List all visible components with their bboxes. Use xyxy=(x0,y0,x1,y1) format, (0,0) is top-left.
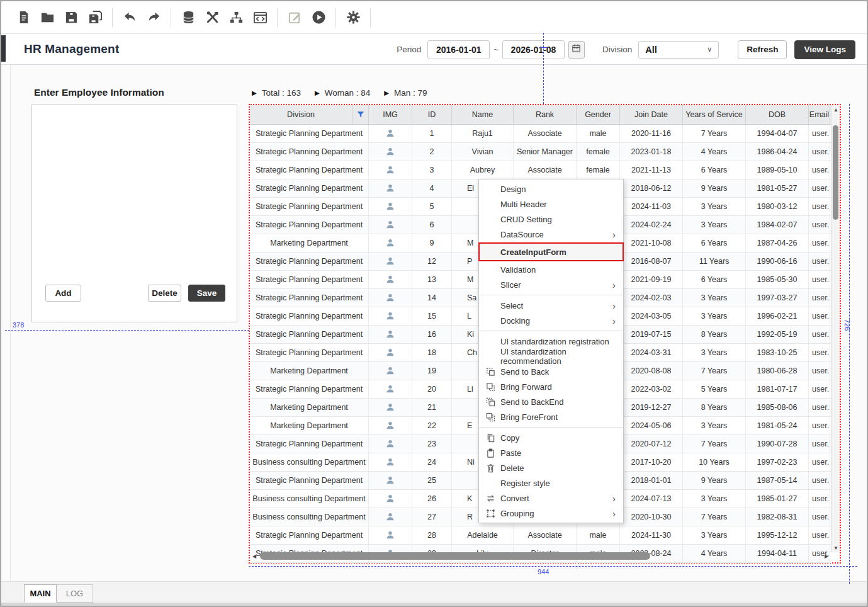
cell-id: 24 xyxy=(412,453,452,471)
period-to-input[interactable]: 2026-01-08 xyxy=(502,40,565,59)
view-logs-button[interactable]: View Logs xyxy=(794,40,855,59)
cell-years-of-service: 9 Years xyxy=(683,179,746,197)
menu-item-ui-standardization-recommendation[interactable]: UI standardization recommendation xyxy=(479,349,623,364)
menu-item-crud-setting[interactable]: CRUD Setting xyxy=(479,212,623,227)
menu-item-design[interactable]: Design xyxy=(479,181,623,196)
save-all-icon[interactable] xyxy=(87,9,103,26)
person-icon xyxy=(369,216,412,234)
horizontal-scrollbar[interactable]: ◀ ▶ xyxy=(250,551,831,561)
save-icon[interactable] xyxy=(63,9,79,26)
column-header-gender[interactable]: Gender xyxy=(577,105,620,124)
menu-item-bring-forward[interactable]: Bring Forward xyxy=(479,379,623,394)
menu-separator xyxy=(479,427,623,428)
save-button[interactable]: Save xyxy=(188,285,225,302)
menu-item-register-style[interactable]: Register style xyxy=(479,475,623,491)
scroll-up-icon[interactable]: ▲ xyxy=(831,105,840,114)
toolbar-divider xyxy=(335,8,336,27)
menu-item-label: CRUD Setting xyxy=(500,215,552,224)
person-icon xyxy=(369,362,412,380)
cell-division: Strategic Planning Department xyxy=(250,344,369,361)
menu-item-multi-header[interactable]: Multi Header xyxy=(479,196,623,212)
window-bottom-edge xyxy=(1,603,867,606)
undo-icon[interactable] xyxy=(121,9,138,26)
period-from-input[interactable]: 2016-01-01 xyxy=(427,40,490,59)
scroll-right-icon[interactable]: ▶ xyxy=(822,552,831,560)
column-header-dob[interactable]: DOB xyxy=(746,105,809,124)
column-header-division[interactable]: Division xyxy=(250,105,352,124)
partial-cell xyxy=(369,563,412,569)
column-header-join-date[interactable]: Join Date xyxy=(620,105,683,124)
cell-email: user... xyxy=(809,252,830,270)
menu-item-grouping[interactable]: Grouping› xyxy=(479,506,623,521)
refresh-button[interactable]: Refresh xyxy=(738,40,787,59)
menu-item-send-to-backend[interactable]: Send to BackEnd xyxy=(479,394,623,409)
redo-icon[interactable] xyxy=(145,9,162,26)
column-header-years-of-service[interactable]: Years of Service xyxy=(683,105,746,124)
vertical-scrollbar-thumb[interactable] xyxy=(833,125,838,220)
menu-item-bring-forefront[interactable]: Bring ForeFront xyxy=(479,409,623,424)
add-button[interactable]: Add xyxy=(45,285,81,302)
cell-join-date: 2019-07-15 xyxy=(620,326,683,343)
menu-item-label: Slicer xyxy=(500,280,521,290)
menu-item-label: Send to Back xyxy=(500,367,549,377)
database-icon[interactable] xyxy=(180,9,196,26)
menu-item-select[interactable]: Select› xyxy=(479,298,623,313)
menu-item-copy[interactable]: Copy xyxy=(479,430,623,445)
edit-icon[interactable] xyxy=(286,9,303,26)
menu-item-convert[interactable]: Convert› xyxy=(479,491,623,506)
tools-icon[interactable] xyxy=(204,9,220,26)
vertical-scrollbar[interactable]: ▲ ▼ xyxy=(831,105,840,552)
tab-log[interactable]: LOG xyxy=(57,584,93,603)
menu-item-slicer[interactable]: Slicer› xyxy=(479,277,623,292)
calendar-icon xyxy=(572,43,581,55)
scroll-down-icon[interactable]: ▼ xyxy=(831,543,840,552)
tab-main[interactable]: MAIN xyxy=(24,584,57,603)
menu-item-createinputform[interactable]: CreateInputForm xyxy=(478,242,624,261)
new-document-icon[interactable] xyxy=(15,9,31,26)
column-header-img[interactable]: IMG xyxy=(369,105,412,124)
sitemap-icon[interactable] xyxy=(228,9,244,26)
cell-id: 2 xyxy=(412,143,452,161)
column-header-id[interactable]: ID xyxy=(412,105,452,124)
submenu-arrow-icon: › xyxy=(612,230,616,239)
code-view-icon[interactable] xyxy=(252,9,268,26)
table-row[interactable]: Strategic Planning Department3AubreyAsso… xyxy=(250,161,831,179)
cell-years-of-service: 3 Years xyxy=(683,307,746,325)
menu-separator xyxy=(479,295,623,295)
delete-button[interactable]: Delete xyxy=(148,285,181,302)
menu-item-validation[interactable]: Validation xyxy=(479,262,623,277)
menu-item-docking[interactable]: Docking› xyxy=(479,313,623,328)
open-folder-icon[interactable] xyxy=(39,9,55,26)
division-select[interactable]: All ∨ xyxy=(638,41,719,59)
menu-item-label: Multi Header xyxy=(500,200,547,209)
partial-cell xyxy=(412,563,452,569)
cell-email: user... xyxy=(809,472,830,489)
cell-id: 16 xyxy=(412,326,452,343)
table-row[interactable]: Strategic Planning Department28AdelaideA… xyxy=(250,526,831,545)
menu-item-paste[interactable]: Paste xyxy=(479,445,623,460)
scroll-left-icon[interactable]: ◀ xyxy=(250,552,259,560)
calendar-button[interactable] xyxy=(568,41,585,59)
menu-item-send-to-back[interactable]: Send to Back xyxy=(479,364,623,379)
cell-join-date: 2021-10-08 xyxy=(620,234,683,252)
menu-item-delete[interactable]: Delete xyxy=(479,460,623,475)
cell-id: 3 xyxy=(412,161,452,179)
table-row[interactable]: Strategic Planning Department1Raju1Assoc… xyxy=(250,125,831,143)
app-window: HR Management Period 2016-01-01 ~ 2026-0… xyxy=(0,0,868,607)
menu-item-datasource[interactable]: DataSource› xyxy=(479,227,623,242)
cell-division: Strategic Planning Department xyxy=(250,289,369,307)
cell-division: Strategic Planning Department xyxy=(250,216,369,234)
table-row[interactable]: Strategic Planning Department2VivianSeni… xyxy=(250,143,831,161)
filter-icon[interactable] xyxy=(352,105,369,124)
column-header-email[interactable]: Email xyxy=(809,105,830,124)
cell-years-of-service: 5 Years xyxy=(683,380,746,398)
settings-icon[interactable] xyxy=(345,9,361,26)
stat-item: ▶Woman : 84 xyxy=(315,88,370,98)
cell-join-date: 2017-10-20 xyxy=(620,453,683,471)
run-icon[interactable] xyxy=(310,9,327,26)
column-header-name[interactable]: Name xyxy=(452,105,514,124)
partial-cell xyxy=(577,563,620,569)
horizontal-scrollbar-thumb[interactable] xyxy=(260,552,650,560)
column-header-rank[interactable]: Rank xyxy=(514,105,577,124)
toolbar-divider xyxy=(171,8,171,27)
